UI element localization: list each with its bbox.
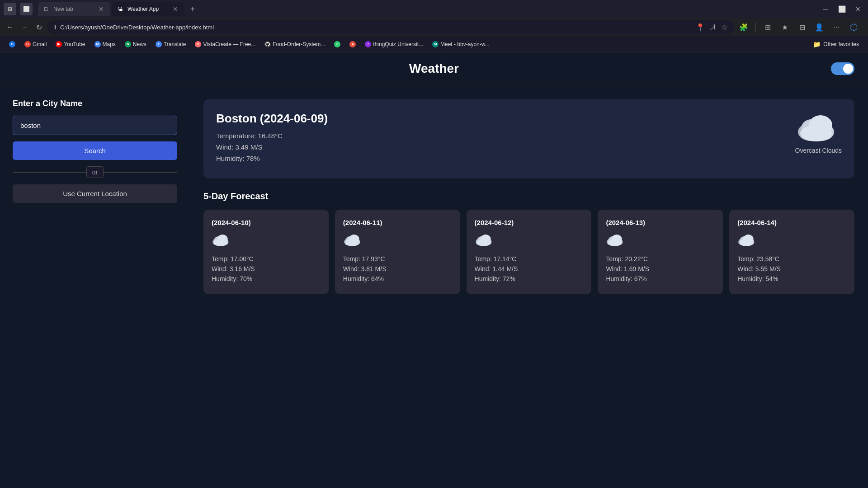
- close-button[interactable]: ✕: [852, 3, 864, 15]
- tab-bar: ⊞ ⬜ 🗒 New tab ✕ 🌤 Weather App ✕ + ─ ⬜ ✕: [0, 0, 868, 18]
- address-bar[interactable]: ℹ C:/Users/ayush/OneDrive/Desktop/Weathe…: [47, 20, 735, 34]
- or-line-right: [104, 172, 177, 173]
- reload-button[interactable]: ↻: [33, 21, 45, 33]
- bookmark-vista-icon: V: [195, 41, 201, 47]
- bookmark-foodorder-label: Food-Order-System...: [273, 41, 325, 47]
- bookmark-github[interactable]: Food-Order-System...: [261, 39, 329, 49]
- extensions-icon[interactable]: 🧩: [736, 20, 751, 34]
- bookmarks-bar: B G Gmail ▶ YouTube M Maps N News T Tran…: [0, 36, 868, 52]
- bookmark-b[interactable]: B: [5, 39, 19, 49]
- address-file-icon: ℹ: [54, 24, 57, 30]
- toggle-knob: [843, 64, 853, 74]
- bookmark-icon2[interactable]: ●: [346, 39, 359, 49]
- forecast-date-2: (2024-06-12): [475, 219, 584, 226]
- forecast-grid: (2024-06-10) Temp: 17.00°C Wind: 3.: [203, 210, 854, 294]
- bookmark-icon1[interactable]: ✓: [330, 39, 344, 49]
- forecast-date-1: (2024-06-11): [343, 219, 452, 226]
- bookmark-meet-icon: M: [432, 41, 439, 47]
- bookmark-tq-label: thingQuiz Universit...: [373, 41, 423, 47]
- svg-point-29: [740, 239, 754, 246]
- tab-close-weather[interactable]: ✕: [172, 5, 179, 13]
- more-menu-icon[interactable]: ···: [829, 20, 844, 34]
- maximize-button[interactable]: ⬜: [835, 3, 848, 15]
- tab-label-new: New tab: [53, 6, 94, 12]
- forward-button[interactable]: →: [18, 21, 31, 33]
- bookmark-meet[interactable]: M Meet - bbv-ayon-w...: [429, 39, 493, 49]
- forecast-date-3: (2024-06-13): [606, 219, 715, 226]
- humidity-detail: Humidity: 78%: [216, 155, 786, 162]
- right-panel: Boston (2024-06-09) Temperature: 16.48°C…: [190, 85, 868, 488]
- forecast-humidity-3: Humidity: 67%: [606, 275, 715, 282]
- collections-icon[interactable]: ⊟: [795, 20, 809, 34]
- forecast-icon-4: [737, 233, 846, 249]
- search-button[interactable]: Search: [13, 141, 177, 160]
- tab-close-new[interactable]: ✕: [98, 5, 105, 13]
- bookmark-thingquiz[interactable]: t thingQuiz Universit...: [361, 39, 427, 49]
- tab-new-tab[interactable]: 🗒 New tab ✕: [38, 2, 110, 16]
- location-icon[interactable]: 📍: [696, 23, 705, 32]
- city-input[interactable]: [13, 116, 177, 135]
- forecast-wind-3: Wind: 1.69 M/S: [606, 265, 715, 272]
- new-tab-button[interactable]: +: [186, 3, 199, 15]
- bookmark-youtube-label: YouTube: [64, 41, 85, 47]
- forecast-wind-1: Wind: 3.81 M/S: [343, 265, 452, 272]
- bookmark-news-icon: N: [125, 41, 131, 47]
- bookmark-tq-icon: t: [365, 41, 371, 47]
- cloud-icon-large: [796, 112, 841, 143]
- forecast-humidity-2: Humidity: 72%: [475, 275, 584, 282]
- app-title: Weather: [409, 61, 459, 76]
- bookmark-news[interactable]: N News: [121, 39, 150, 49]
- other-favorites-label: Other favorites: [823, 41, 859, 47]
- minimize-button[interactable]: ─: [819, 3, 832, 15]
- app-content: Weather Enter a City Name Search or Use …: [0, 52, 868, 488]
- bookmark-vistacreate[interactable]: V VistaCreate — Free...: [191, 39, 259, 49]
- forecast-temp-3: Temp: 20.22°C: [606, 255, 715, 263]
- forecast-card-2: (2024-06-12) Temp: 17.14°C Wind: 1.: [467, 210, 592, 294]
- favorites-icon[interactable]: ★: [778, 20, 792, 34]
- forecast-card-4: (2024-06-14) Temp: 23.58°C Wind: 5.: [729, 210, 854, 294]
- bookmark-maps-label: Maps: [103, 41, 116, 47]
- forecast-temp-2: Temp: 17.14°C: [475, 255, 584, 263]
- left-panel: Enter a City Name Search or Use Current …: [0, 85, 190, 488]
- svg-point-24: [608, 239, 622, 246]
- or-line-left: [13, 172, 86, 173]
- bookmark-icon2-icon: ●: [349, 41, 356, 47]
- input-label: Enter a City Name: [13, 99, 177, 108]
- bookmark-news-label: News: [133, 41, 146, 47]
- forecast-temp-1: Temp: 17.93°C: [343, 255, 452, 263]
- reader-icon[interactable]: 𝓐: [710, 23, 716, 31]
- tab-strip-toggle[interactable]: ⬜: [20, 3, 33, 15]
- current-weather-card: Boston (2024-06-09) Temperature: 16.48°C…: [203, 99, 854, 178]
- bookmark-gmail-icon: G: [24, 41, 31, 47]
- forecast-section: 5-Day Forecast (2024-06-10): [203, 191, 854, 294]
- tab-weather-app[interactable]: 🌤 Weather App ✕: [112, 2, 184, 16]
- tab-right-controls: ─ ⬜ ✕: [819, 3, 864, 15]
- use-current-location-button[interactable]: Use Current Location: [13, 184, 177, 203]
- tab-list-button[interactable]: ⊞: [4, 3, 16, 15]
- theme-toggle[interactable]: [831, 62, 854, 75]
- other-favorites[interactable]: 📁 Other favorites: [809, 39, 863, 50]
- tab-label-weather: Weather App: [127, 6, 168, 12]
- address-icons: 📍 𝓐 ☆: [696, 23, 727, 32]
- bookmark-youtube-icon: ▶: [56, 41, 62, 47]
- bookmark-youtube[interactable]: ▶ YouTube: [52, 39, 89, 49]
- forecast-icon-2: [475, 233, 584, 249]
- forecast-icon-1: [343, 233, 452, 249]
- profile-icon[interactable]: 👤: [812, 20, 826, 34]
- forecast-temp-0: Temp: 17.00°C: [212, 255, 321, 263]
- sidebar-icon[interactable]: ⊞: [760, 20, 775, 34]
- bookmark-translate[interactable]: T Translate: [152, 39, 190, 49]
- bookmark-translate-label: Translate: [164, 41, 186, 47]
- toolbar-right: 🧩 ⊞ ★ ⊟ 👤 ··· ⬡: [736, 20, 864, 34]
- star-icon[interactable]: ☆: [721, 23, 727, 32]
- forecast-humidity-1: Humidity: 64%: [343, 275, 452, 282]
- forecast-card-3: (2024-06-13) Temp: 20.22°C Wind: 1.: [598, 210, 723, 294]
- back-button[interactable]: ←: [4, 21, 16, 33]
- bookmark-gmail[interactable]: G Gmail: [21, 39, 50, 49]
- bookmark-maps[interactable]: M Maps: [91, 39, 119, 49]
- address-text: C:/Users/ayush/OneDrive/Desktop/Weather-…: [60, 24, 214, 31]
- forecast-humidity-0: Humidity: 70%: [212, 275, 321, 282]
- tab-controls: ⊞ ⬜: [4, 3, 33, 15]
- address-bar-wrapper: ← → ↻ ℹ C:/Users/ayush/OneDrive/Desktop/…: [0, 18, 868, 36]
- browser-chrome: ⊞ ⬜ 🗒 New tab ✕ 🌤 Weather App ✕ + ─ ⬜ ✕ …: [0, 0, 868, 52]
